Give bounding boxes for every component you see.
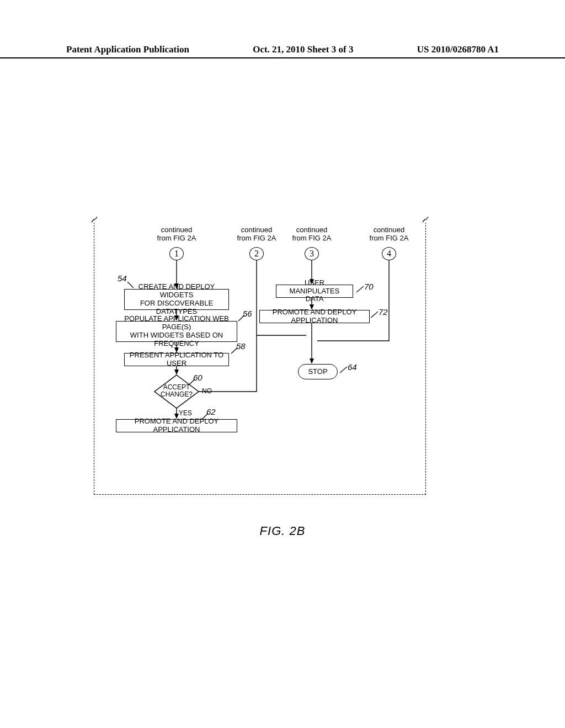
page-header: Patent Application Publication Oct. 21, … xyxy=(0,44,565,58)
header-mid: Oct. 21, 2010 Sheet 3 of 3 xyxy=(253,44,353,55)
connector-3: 3 xyxy=(305,247,319,260)
box-populate-pages: POPULATE APPLICATION WEB PAGE(S)WITH WID… xyxy=(116,321,237,342)
decision-no-label: NO xyxy=(202,387,212,395)
connector-1: 1 xyxy=(169,247,184,260)
continued-label-4: continuedfrom FIG 2A xyxy=(364,226,414,243)
box-user-manipulates: USER MANIPULATES DATA xyxy=(276,285,353,298)
header-right: US 2010/0268780 A1 xyxy=(417,44,499,55)
box-create-widgets: CREATE AND DEPLOY WIDGETSFOR DISCOVERABL… xyxy=(124,289,229,310)
ref-70: 70 xyxy=(364,282,374,291)
connector-4: 4 xyxy=(382,247,396,260)
box-present-user: PRESENT APPLICATION TO USER xyxy=(124,353,229,366)
figure-caption: FIG. 2B xyxy=(0,524,565,538)
continued-label-3: continuedfrom FIG 2A xyxy=(287,226,337,243)
stop-terminator: STOP xyxy=(298,364,338,379)
box-promote-deploy-left: PROMOTE AND DEPLOY APPLICATION xyxy=(116,419,237,432)
ref-72: 72 xyxy=(379,307,388,317)
flowchart-canvas: continuedfrom FIG 2A continuedfrom FIG 2… xyxy=(94,220,425,494)
box-promote-deploy-right: PROMOTE AND DEPLOY APPLICATION xyxy=(259,310,370,323)
ref-54: 54 xyxy=(118,274,127,283)
continued-label-1: continuedfrom FIG 2A xyxy=(152,226,201,243)
header-left: Patent Application Publication xyxy=(66,44,189,55)
continued-label-2: continuedfrom FIG 2A xyxy=(232,226,281,243)
decision-yes-label: YES xyxy=(179,409,192,417)
ref-64: 64 xyxy=(348,362,357,372)
connector-2: 2 xyxy=(249,247,264,260)
